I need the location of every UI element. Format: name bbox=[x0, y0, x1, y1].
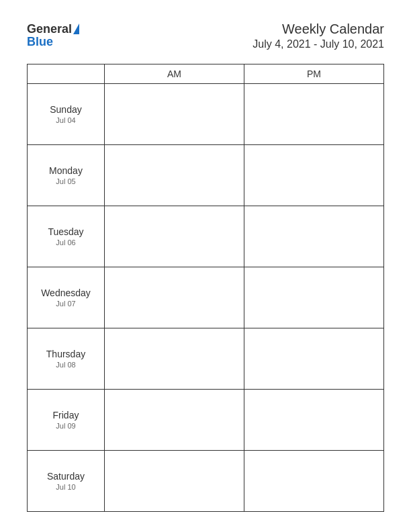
col-header-pm: PM bbox=[244, 64, 384, 83]
title-section: Weekly Calendar July 4, 2021 - July 10, … bbox=[253, 20, 384, 52]
day-name-4: Thursday bbox=[31, 348, 101, 360]
calendar-dates: July 4, 2021 - July 10, 2021 bbox=[253, 38, 384, 52]
day-name-5: Friday bbox=[31, 409, 101, 421]
page: General Blue Weekly Calendar July 4, 202… bbox=[0, 0, 411, 532]
day-date-6: Jul 10 bbox=[31, 482, 101, 492]
pm-cell-2 bbox=[244, 206, 384, 267]
logo-triangle-icon bbox=[73, 24, 79, 34]
am-cell-2 bbox=[105, 206, 244, 267]
col-header-am: AM bbox=[105, 64, 244, 83]
day-name-6: Saturday bbox=[31, 470, 101, 482]
pm-cell-5 bbox=[244, 389, 384, 450]
pm-cell-4 bbox=[244, 328, 384, 389]
table-header-row: AM PM bbox=[28, 64, 384, 83]
am-cell-3 bbox=[105, 267, 244, 328]
day-cell-6: SaturdayJul 10 bbox=[28, 450, 105, 511]
logo-blue-text: Blue bbox=[27, 35, 53, 49]
day-date-2: Jul 06 bbox=[31, 238, 101, 247]
day-name-3: Wednesday bbox=[31, 287, 101, 299]
am-cell-5 bbox=[105, 389, 244, 450]
logo-general-text: General bbox=[27, 23, 72, 35]
table-row: ThursdayJul 08 bbox=[28, 328, 384, 389]
table-row: TuesdayJul 06 bbox=[28, 206, 384, 267]
pm-cell-0 bbox=[244, 83, 384, 144]
table-row: MondayJul 05 bbox=[28, 144, 384, 206]
day-date-4: Jul 08 bbox=[31, 360, 101, 369]
am-cell-6 bbox=[105, 450, 244, 511]
day-name-0: Sunday bbox=[31, 103, 101, 116]
day-date-5: Jul 09 bbox=[31, 421, 101, 431]
day-name-2: Tuesday bbox=[31, 226, 101, 238]
day-cell-2: TuesdayJul 06 bbox=[28, 206, 105, 267]
day-cell-5: FridayJul 09 bbox=[28, 389, 105, 450]
day-cell-3: WednesdayJul 07 bbox=[28, 267, 105, 328]
day-date-0: Jul 04 bbox=[31, 116, 101, 125]
day-cell-1: MondayJul 05 bbox=[28, 144, 105, 206]
table-row: SaturdayJul 10 bbox=[28, 450, 384, 511]
table-row: FridayJul 09 bbox=[28, 389, 384, 450]
logo: General Blue bbox=[27, 23, 79, 49]
header: General Blue Weekly Calendar July 4, 202… bbox=[27, 20, 384, 52]
logo-text: General bbox=[27, 23, 79, 35]
am-cell-1 bbox=[105, 144, 244, 206]
day-cell-0: SundayJul 04 bbox=[28, 83, 105, 144]
day-name-1: Monday bbox=[31, 165, 101, 177]
pm-cell-3 bbox=[244, 267, 384, 328]
pm-cell-1 bbox=[244, 144, 384, 206]
col-header-day bbox=[28, 64, 105, 83]
day-date-3: Jul 07 bbox=[31, 299, 101, 308]
am-cell-0 bbox=[105, 83, 244, 144]
table-row: SundayJul 04 bbox=[28, 83, 384, 144]
calendar-title: Weekly Calendar bbox=[253, 20, 384, 38]
day-cell-4: ThursdayJul 08 bbox=[28, 328, 105, 389]
day-date-1: Jul 05 bbox=[31, 177, 101, 186]
am-cell-4 bbox=[105, 328, 244, 389]
table-row: WednesdayJul 07 bbox=[28, 267, 384, 328]
pm-cell-6 bbox=[244, 450, 384, 511]
calendar-table: AM PM SundayJul 04MondayJul 05TuesdayJul… bbox=[27, 64, 384, 512]
